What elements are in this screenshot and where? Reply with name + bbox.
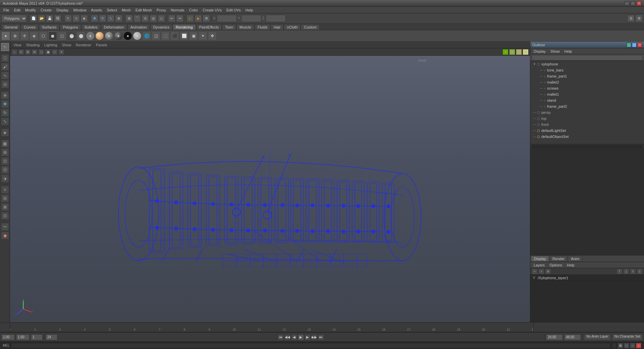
outliner-maximize-btn[interactable]: □ [632, 43, 637, 47]
timeline-ruler[interactable]: 12345678910111213141516171819202122 [10, 322, 533, 332]
layer-list[interactable]: V /Xylophone_layer1 [530, 275, 644, 322]
display-options[interactable]: ☰ [627, 15, 635, 22]
tree-item-mallet1[interactable]: — ○ mallet1 [530, 91, 644, 97]
vp-solid-btn[interactable]: ◼ [45, 49, 51, 55]
menu-normals[interactable]: Normals [169, 7, 186, 13]
layout-btn[interactable]: ▦ [1, 140, 9, 148]
snap-to-point[interactable]: ⊙ [142, 15, 149, 22]
vp-texture-btn[interactable]: ⬡ [52, 49, 58, 55]
annotation-btn[interactable]: Ⓐ [1, 166, 9, 174]
go-to-end-btn[interactable]: ⏭ [318, 334, 324, 340]
shelf-icon-poly2[interactable]: ◻ [58, 32, 66, 40]
layer-options-btn[interactable]: ⚙ [545, 268, 551, 275]
status-btn3[interactable]: – [630, 343, 635, 348]
shelf-tab-curves[interactable]: Curves [21, 24, 39, 30]
show-manip-btn[interactable]: ⊕ [1, 91, 9, 99]
play-fwd-btn[interactable]: ▶ [298, 334, 304, 340]
shelf-tab-painteffects[interactable]: PaintEffects [196, 24, 222, 30]
shelf-icon-sphere2[interactable]: ● [86, 32, 95, 40]
layer-tab-render[interactable]: Render [549, 256, 568, 262]
layer-tab-anim[interactable]: Anim [568, 256, 582, 262]
shelf-icon-poly1[interactable]: ◼ [48, 32, 57, 40]
menu-modify[interactable]: Modify [23, 7, 38, 13]
vp-tan-light[interactable]: ● [516, 49, 522, 55]
shelf-tab-ncloth[interactable]: nCloth [284, 24, 301, 30]
shelf-tab-fluids[interactable]: Fluids [255, 24, 270, 30]
rotate-tool-left[interactable]: ↻ [1, 109, 9, 117]
tree-item-frame-part2[interactable]: — ○ frame_part2 [530, 103, 644, 109]
universal-manip[interactable]: ⊕ [115, 15, 122, 22]
current-frame-input[interactable] [31, 334, 43, 340]
range-start-input[interactable] [1, 334, 15, 340]
menu-color[interactable]: Color [187, 7, 200, 13]
tree-item-front[interactable]: — ⬡ front [530, 121, 644, 128]
y-coord-input[interactable] [241, 15, 261, 22]
layer-btn[interactable]: ≡ [1, 186, 9, 194]
camera-btn[interactable]: ⬗ [1, 174, 9, 183]
end-frame-input[interactable] [46, 334, 57, 340]
shelf-icon-uv3[interactable]: ⬛ [170, 32, 179, 40]
soft-mod-btn[interactable]: ◎ [1, 80, 9, 88]
shelf-tab-hair[interactable]: Hair [271, 24, 283, 30]
no-anim-layer-btn[interactable]: No Anim Layer [584, 334, 611, 340]
snap-to-grid[interactable]: ⊞ [125, 15, 133, 22]
tree-item-stand[interactable]: — ○ stand [530, 97, 644, 103]
tree-item-tone-bars[interactable]: — ○ tone_bars [530, 67, 644, 73]
shelf-icon-target[interactable]: ⊕ [11, 32, 19, 40]
vp-menu-show[interactable]: Show [60, 42, 73, 48]
scale-tool-left[interactable]: ⤡ [1, 117, 9, 126]
select-tool-btn[interactable]: ↖ [1, 43, 9, 51]
tree-item-default-object-set[interactable]: — ⬡ defaultObjectSet [530, 134, 644, 140]
vp-menu-shading[interactable]: Shading [24, 42, 42, 48]
menu-window[interactable]: Window [71, 7, 88, 13]
menu-help[interactable]: Help [244, 7, 255, 13]
paint-attr-btn[interactable]: 🖌 [1, 63, 9, 71]
layer-toolbar-btn3[interactable]: ⇑ [630, 268, 636, 275]
shelf-icon-uv2[interactable]: ⬚ [161, 32, 170, 40]
outliner-menu-show[interactable]: Show [548, 49, 562, 54]
mel-input[interactable] [11, 343, 610, 348]
shelf-tab-toon[interactable]: Toon [222, 24, 236, 30]
redo-btn[interactable]: ↪ [176, 15, 183, 22]
shelf-tab-surfaces[interactable]: Surfaces [39, 24, 59, 30]
shelf-tab-general[interactable]: General [1, 24, 20, 30]
x-coord-input[interactable] [217, 15, 237, 22]
menu-edit-uvs[interactable]: Edit UVs [224, 7, 243, 13]
vp-wire-btn[interactable]: ◻ [38, 49, 44, 55]
layer4-btn[interactable]: ⊡ [1, 212, 9, 220]
outliner-search-input[interactable] [532, 55, 643, 60]
step-back-btn[interactable]: ◀◀ [284, 334, 290, 340]
status-btn1[interactable]: ⊠ [618, 343, 623, 348]
anim-end-input[interactable] [564, 334, 581, 340]
anim-start-input[interactable] [546, 334, 563, 340]
menu-create-uvs[interactable]: Create UVs [201, 7, 224, 13]
shelf-icon-render1[interactable]: ⬤ [67, 32, 76, 40]
snap-btn[interactable]: ⊡ [1, 157, 9, 165]
menu-assets[interactable]: Assets [89, 7, 104, 13]
no-character-set-btn[interactable]: No Character Set [612, 334, 643, 340]
go-to-start-btn[interactable]: ⏮ [278, 334, 284, 340]
close-button[interactable]: ✕ [637, 1, 641, 6]
shelf-icon-sphere3[interactable]: ● [95, 32, 104, 40]
shelf-icon-sphere5[interactable]: ● [114, 32, 123, 40]
shelf-tab-deformation[interactable]: Deformation [101, 24, 127, 30]
tree-item-top[interactable]: — ⬡ top [530, 115, 644, 121]
rotate-tool[interactable]: ↻ [99, 15, 106, 22]
lasso-tool[interactable]: ⊃ [72, 15, 80, 22]
menu-file[interactable]: File [1, 7, 11, 13]
layer-toolbar-btn2[interactable]: ⤓ [623, 268, 629, 275]
outliner-menu-display[interactable]: Display [532, 49, 548, 54]
outliner-minimize-btn[interactable]: — [627, 43, 631, 47]
menu-mesh[interactable]: Mesh [120, 7, 133, 13]
layer-new-btn[interactable]: + [532, 268, 538, 275]
vp-light-btn[interactable]: ☀ [58, 49, 64, 55]
layer-toolbar-btn1[interactable]: ⤒ [616, 268, 623, 275]
menu-edit-mesh[interactable]: Edit Mesh [133, 7, 154, 13]
vp-frame-all-btn[interactable]: ⊡ [18, 49, 24, 55]
layer-delete-btn[interactable]: × [538, 268, 544, 275]
shelf-tab-polygons[interactable]: Polygons [60, 24, 81, 30]
vp-menu-renderer[interactable]: Renderer [74, 42, 93, 48]
move-tool[interactable]: ✥ [91, 15, 98, 22]
curve-tool-btn[interactable]: 〜 [1, 223, 9, 231]
tree-item-persp[interactable]: — ⬡ persp [530, 109, 644, 115]
